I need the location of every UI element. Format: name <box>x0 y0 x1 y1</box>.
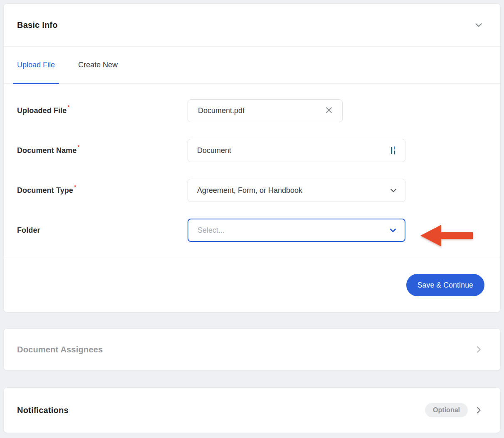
document-name-input[interactable] <box>188 139 388 162</box>
folder-label: Folder <box>17 226 40 235</box>
document-type-value: Agreement, Form, or Handbook <box>197 186 302 195</box>
basic-info-title: Basic Info <box>17 20 58 30</box>
active-tab-underline <box>13 83 59 84</box>
folder-select-input[interactable] <box>198 219 388 241</box>
folder-row: Folder <box>17 219 500 242</box>
chevron-down-icon <box>388 185 398 195</box>
tab-create-new[interactable]: Create New <box>78 47 118 83</box>
required-asterisk: * <box>67 104 69 111</box>
document-name-label: Document Name <box>17 146 77 155</box>
page: Basic Info Upload File Create New Upload… <box>0 0 504 438</box>
optional-badge: Optional <box>425 403 468 417</box>
chevron-down-icon <box>388 225 398 235</box>
document-assignees-card[interactable]: Document Assignees <box>3 328 501 371</box>
uploaded-file-row: Uploaded File * Document.pdf <box>17 99 500 122</box>
merge-field-icon[interactable] <box>388 145 398 156</box>
tab-upload-file-label: Upload File <box>17 61 55 69</box>
document-name-row: Document Name * <box>17 139 500 162</box>
collapse-chevron-down-icon[interactable] <box>474 20 484 30</box>
remove-file-button[interactable] <box>323 104 335 117</box>
document-name-field <box>188 139 405 162</box>
tab-upload-file[interactable]: Upload File <box>17 47 55 83</box>
uploaded-file-name: Document.pdf <box>198 106 245 115</box>
basic-info-footer: Save & Continue <box>4 258 500 312</box>
tabs-row: Upload File Create New <box>4 47 500 84</box>
basic-info-form: Uploaded File * Document.pdf Document Na… <box>4 84 500 242</box>
required-asterisk: * <box>77 144 79 150</box>
required-asterisk: * <box>74 184 76 190</box>
save-and-continue-button[interactable]: Save & Continue <box>406 274 484 296</box>
basic-info-header: Basic Info <box>4 4 500 47</box>
basic-info-card: Basic Info Upload File Create New Upload… <box>3 3 501 313</box>
chevron-right-icon[interactable] <box>474 405 484 415</box>
chevron-right-icon[interactable] <box>474 344 484 354</box>
notifications-card[interactable]: Notifications Optional <box>3 387 501 433</box>
uploaded-file-label: Uploaded File <box>17 106 67 115</box>
document-type-row: Document Type * Agreement, Form, or Hand… <box>17 179 500 202</box>
close-icon <box>325 106 333 116</box>
document-type-select[interactable]: Agreement, Form, or Handbook <box>188 179 405 202</box>
uploaded-file-chip: Document.pdf <box>188 99 343 122</box>
document-assignees-title: Document Assignees <box>17 345 103 354</box>
folder-select[interactable] <box>188 219 405 242</box>
tab-create-new-label: Create New <box>78 61 118 69</box>
notifications-title: Notifications <box>17 406 69 415</box>
document-type-label: Document Type <box>17 186 73 195</box>
